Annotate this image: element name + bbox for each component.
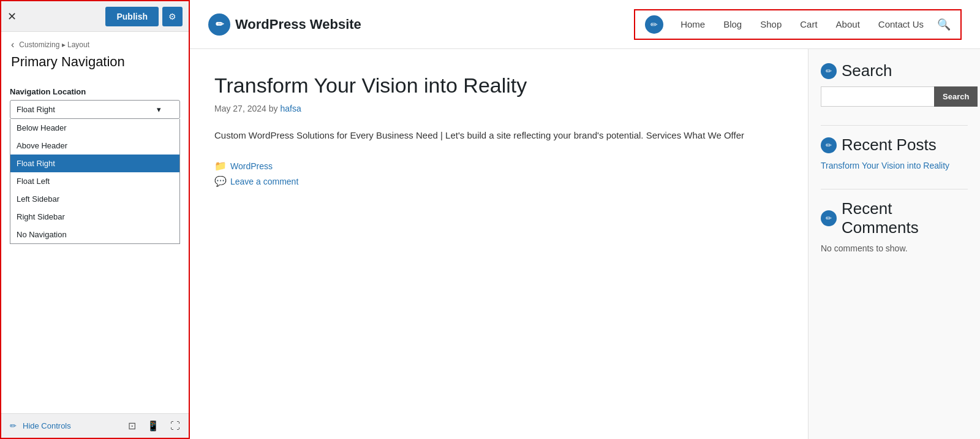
recent-post-link[interactable]: Transform Your Vision into Reality	[821, 161, 968, 170]
site-title: WordPress Website	[235, 17, 361, 32]
option-below-header[interactable]: Below Header	[10, 119, 179, 137]
mobile-icon[interactable]: 📱	[147, 420, 159, 432]
divider	[821, 125, 968, 126]
search-widget-section: ✏ Search Search	[821, 61, 968, 107]
leave-comment-link[interactable]: Leave a comment	[230, 177, 298, 186]
close-button[interactable]: ✕	[7, 10, 17, 23]
divider	[821, 189, 968, 189]
panel-content: Navigation Location Float Right ▾ Below …	[1, 78, 189, 413]
hide-controls-label[interactable]: Hide Controls	[23, 421, 71, 430]
post-author[interactable]: hafsa	[280, 104, 301, 113]
option-above-header[interactable]: Above Header	[10, 137, 179, 155]
search-button[interactable]: Search	[934, 86, 978, 107]
recent-posts-title-text: Recent Posts	[842, 136, 937, 155]
publish-button[interactable]: Publish	[105, 7, 159, 26]
right-sidebar: ✏ Search Search ✏ Recent Posts	[809, 49, 980, 439]
search-icon[interactable]: 🔍	[937, 18, 951, 31]
option-float-right[interactable]: Float Right	[10, 155, 179, 172]
breadcrumb-text: Customizing ▸ Layout	[19, 40, 89, 49]
search-widget-title: ✏ Search	[821, 61, 968, 80]
pencil-icon: ✏	[650, 20, 658, 29]
recent-comments-widget-section: ✏ Recent Comments No comments to show.	[821, 199, 968, 253]
chevron-down-icon: ▾	[157, 105, 161, 114]
recent-posts-widget-title: ✏ Recent Posts	[821, 136, 968, 155]
nav-item-home[interactable]: Home	[673, 17, 712, 32]
widget-edit-icon[interactable]: ✏	[821, 63, 837, 79]
widget-edit-icon[interactable]: ✏	[821, 210, 837, 226]
customizer-panel: ✕ Publish ⚙ ‹ Customizing ▸ Layout Prima…	[0, 0, 190, 439]
content-area: Transform Your Vision into Reality May 2…	[190, 49, 980, 439]
category-icon: 📁	[214, 160, 227, 172]
site-header: ✏ WordPress Website ✏ Home Blog Shop Car…	[190, 0, 980, 49]
site-logo-area: ✏ WordPress Website	[208, 13, 634, 36]
post-title: Transform Your Vision into Reality	[214, 74, 783, 97]
logo-edit-icon[interactable]: ✏	[208, 13, 230, 36]
post-meta: May 27, 2024 by hafsa	[214, 104, 783, 113]
widget-edit-icon[interactable]: ✏	[821, 137, 837, 153]
nav-item-about[interactable]: About	[829, 17, 867, 32]
search-title-text: Search	[842, 61, 892, 80]
nav-item-cart[interactable]: Cart	[793, 17, 824, 32]
recent-comments-widget-title: ✏ Recent Comments	[821, 199, 968, 237]
back-button[interactable]: ‹	[11, 39, 14, 50]
panel-title: Primary Navigation	[1, 53, 189, 78]
post-date: May 27, 2024	[214, 104, 266, 113]
search-widget: Search	[821, 86, 968, 107]
topbar: ✕ Publish ⚙	[1, 1, 189, 32]
search-input[interactable]	[821, 86, 934, 107]
option-right-sidebar[interactable]: Right Sidebar	[10, 208, 179, 226]
option-left-sidebar[interactable]: Left Sidebar	[10, 190, 179, 208]
nav-item-contact[interactable]: Contact Us	[871, 17, 931, 32]
tablet-icon[interactable]: ⊡	[128, 420, 136, 432]
option-no-navigation[interactable]: No Navigation	[10, 226, 179, 243]
primary-navigation: ✏ Home Blog Shop Cart About Contact Us 🔍	[634, 9, 962, 40]
nav-location-dropdown[interactable]: Float Right ▾ Below Header Above Header …	[10, 100, 180, 119]
nav-edit-icon[interactable]: ✏	[645, 15, 663, 34]
preview-area: ✏ WordPress Website ✏ Home Blog Shop Car…	[190, 0, 980, 439]
edit-icon: ✏	[10, 421, 17, 430]
option-float-left[interactable]: Float Left	[10, 172, 179, 190]
nav-location-label: Navigation Location	[10, 87, 180, 96]
no-comments-text: No comments to show.	[821, 243, 968, 253]
post-by: by	[269, 104, 281, 113]
post-excerpt: Custom WordPress Solutions for Every Bus…	[214, 128, 783, 143]
breadcrumb: ‹ Customizing ▸ Layout	[1, 32, 189, 53]
nav-item-blog[interactable]: Blog	[716, 17, 749, 32]
post-category-row: 📁 WordPress	[214, 160, 783, 172]
nav-location-value: Float Right	[17, 105, 55, 114]
bottom-bar: ✏ Hide Controls ⊡ 📱 ⛶	[1, 413, 189, 438]
pencil-icon: ✏	[826, 214, 832, 223]
main-content: Transform Your Vision into Reality May 2…	[190, 49, 809, 439]
post-category[interactable]: WordPress	[230, 161, 273, 171]
nav-item-shop[interactable]: Shop	[753, 17, 789, 32]
settings-button[interactable]: ⚙	[162, 7, 183, 26]
post-comments-row: 💬 Leave a comment	[214, 175, 783, 187]
recent-posts-widget-section: ✏ Recent Posts Transform Your Vision int…	[821, 136, 968, 170]
pencil-icon: ✏	[826, 141, 832, 150]
fullscreen-icon[interactable]: ⛶	[170, 421, 180, 432]
nav-location-display[interactable]: Float Right ▾	[10, 100, 180, 119]
publish-area: Publish ⚙	[105, 7, 183, 26]
post-footer: 📁 WordPress 💬 Leave a comment	[214, 160, 783, 187]
pencil-icon: ✏	[826, 67, 832, 75]
pencil-icon: ✏	[216, 18, 224, 30]
comment-icon: 💬	[214, 175, 227, 187]
recent-comments-title-text: Recent Comments	[842, 199, 968, 237]
nav-location-options: Below Header Above Header Float Right Fl…	[10, 119, 180, 244]
